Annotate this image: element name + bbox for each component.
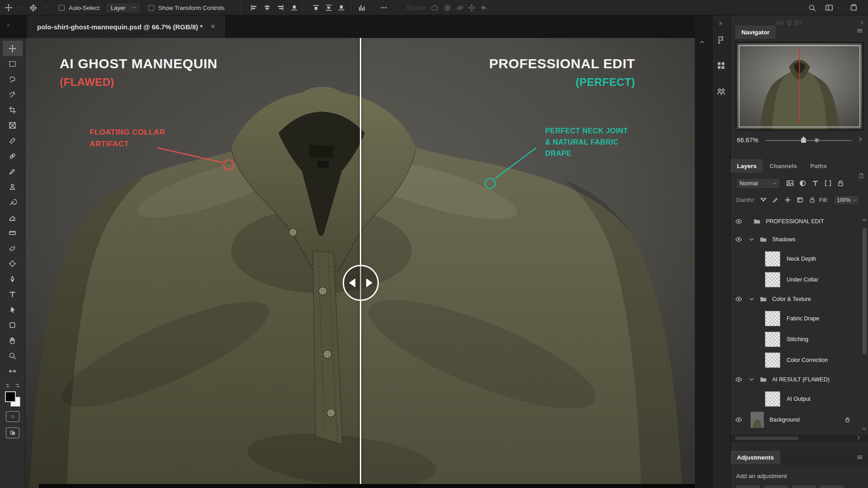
layer-row[interactable]: Background [731,409,868,430]
group-expand-chevron-icon[interactable] [749,296,755,302]
distribute-middle-button[interactable] [325,4,333,12]
scrollbar-thumb[interactable] [863,228,867,354]
dock-panel-icon-2[interactable] [716,61,726,70]
group-expand-chevron-icon[interactable] [749,237,755,243]
tab-navigator[interactable]: Navigator [735,25,776,39]
object-selection-tool[interactable] [3,87,23,102]
distribute-top-button[interactable] [312,4,320,12]
rectangular-marquee-tool[interactable] [3,56,23,71]
layer-visibility-eye-icon[interactable] [735,376,742,383]
before-after-slider-handle[interactable] [343,265,379,301]
layer-thumbnail[interactable] [765,391,780,407]
layer-thumbnail[interactable] [765,311,780,326]
layer-row[interactable]: Fabric Drape [731,308,868,329]
filter-type-layers-icon[interactable] [811,179,820,188]
distribute-spacing-button[interactable] [358,4,366,12]
align-vertical-centers-button[interactable] [263,4,271,12]
tool-preset-chevron-icon[interactable] [16,5,21,10]
dock-collapse-icon[interactable] [718,21,723,26]
tab-adjustments[interactable]: Adjustments [731,450,780,464]
default-colors-icon[interactable] [14,382,21,389]
healing-brush-tool[interactable] [3,148,23,164]
show-transform-controls-checkbox[interactable] [148,5,154,11]
distribute-bottom-button[interactable] [337,4,345,12]
layer-row[interactable]: Stitching [731,329,868,350]
scroll-up-icon[interactable] [861,217,868,223]
layer-group-row[interactable]: PROFESSIONAL EDIT [731,212,868,230]
filter-shape-layers-icon[interactable] [824,179,832,188]
more-options-button[interactable] [380,4,388,12]
history-brush-tool[interactable] [3,194,23,210]
dock-panel-icon-1[interactable] [716,35,726,45]
layer-thumbnail[interactable] [765,352,780,368]
document-canvas[interactable]: AI GHOST MANNEQUIN (FLAWED) PROFESSIONAL… [25,38,695,488]
foreground-color-swatch[interactable] [5,391,16,402]
filter-smart-objects-icon[interactable] [836,179,845,188]
layer-row[interactable]: Neck Depth [731,249,868,269]
zoom-slider-knob[interactable] [815,138,819,142]
background-layer-thumbnail[interactable] [750,412,764,428]
fill-value-dropdown[interactable]: 100% [834,195,860,205]
navigator-ghost-tab[interactable]: jin Q Di [776,15,802,29]
layer-visibility-eye-icon[interactable] [735,296,742,303]
search-icon[interactable] [808,4,816,12]
align-bottom-edges-button[interactable] [290,4,298,12]
align-right-edges-button[interactable] [277,4,285,12]
swap-colors-icon[interactable] [5,382,11,389]
layer-row[interactable]: AI Output [731,389,868,409]
lock-artboard-icon[interactable] [796,196,804,204]
panel-layout-button[interactable] [825,3,834,12]
brush-tool[interactable] [3,164,23,179]
auto-select-target-dropdown[interactable]: Layer [106,2,141,13]
layer-row[interactable]: Color Correction [731,350,868,371]
adjustment-presets-row[interactable] [736,485,844,488]
adjustments-panel-menu-icon[interactable] [856,454,863,461]
tab-channels[interactable]: Channels [763,159,803,173]
workspace-switcher-button[interactable] [849,3,858,12]
layer-group-row[interactable]: Color & Texture [731,290,868,308]
path-selection-tool[interactable] [3,302,23,317]
layer-thumbnail[interactable] [765,332,780,347]
lasso-tool[interactable] [3,71,23,87]
zoom-slider-thumb[interactable] [801,136,806,143]
spot-healing-brush-tool[interactable] [3,133,23,148]
lock-all-icon[interactable] [808,196,816,204]
navigator-panel-menu-icon[interactable] [856,27,863,34]
color-swatches[interactable] [5,391,20,407]
before-after-divider[interactable] [360,38,361,488]
filter-adjustment-layers-icon[interactable] [798,179,807,188]
lock-transparent-pixels-icon[interactable] [760,196,767,204]
lock-position-icon[interactable] [784,196,792,204]
frame-tool[interactable] [3,117,23,133]
document-close-icon[interactable]: × [211,23,215,31]
crop-tool[interactable] [3,102,23,117]
filter-pixel-layers-icon[interactable] [786,179,794,188]
move-tool[interactable] [3,41,23,56]
hscroll-right-icon[interactable] [856,435,862,441]
hscrollbar-thumb[interactable] [735,436,798,440]
navigator-preview[interactable] [735,42,864,131]
dock-panel-icon-3[interactable] [716,87,726,97]
layer-group-row[interactable]: AI RESULT (FLAWED) [731,371,868,389]
dodge-tool[interactable] [3,256,23,271]
zoom-slider-track[interactable] [766,140,852,141]
layers-vertical-scrollbar[interactable] [863,217,867,434]
paint-bucket-tool[interactable] [3,240,23,256]
blend-mode-dropdown[interactable]: Normal [736,178,780,189]
align-left-edges-button[interactable] [250,4,258,12]
move-tool-option-icon[interactable] [5,4,13,12]
gradient-tool[interactable] [3,225,23,240]
tab-layers[interactable]: Layers [731,159,763,173]
transform-gizmo-icon[interactable] [29,4,38,12]
layer-visibility-eye-icon[interactable] [735,416,742,423]
tab-paths[interactable]: Paths [804,159,833,173]
layers-horizontal-scrollbar[interactable] [731,435,868,442]
clone-stamp-tool[interactable] [3,179,23,194]
hand-tool[interactable] [3,333,23,348]
layer-group-row[interactable]: Shadows [731,230,868,249]
document-tab[interactable]: polo-shirt-ghost-mannequin.psd @ 66.7% (… [27,15,226,38]
type-tool[interactable] [3,286,23,302]
pen-tool[interactable] [3,271,23,286]
screen-mode-button[interactable] [6,427,19,438]
layer-row[interactable]: Under Collar [731,269,868,290]
